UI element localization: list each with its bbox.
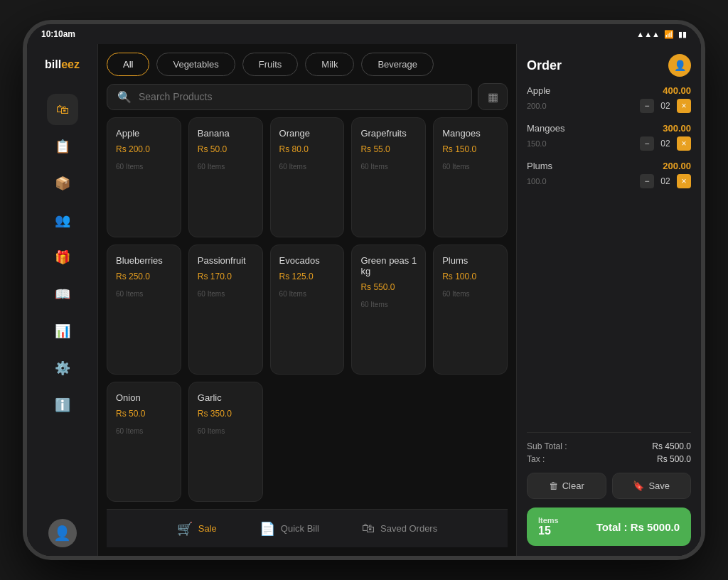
main-content: All Vegetables Fruits Milk Beverage 🔍 ▦ … bbox=[98, 44, 516, 556]
sidebar-item-chart[interactable]: 📊 bbox=[47, 316, 78, 347]
search-input[interactable] bbox=[139, 91, 461, 102]
product-card[interactable]: Mangoes Rs 150.0 60 Items bbox=[433, 117, 508, 237]
product-grid: Apple Rs 200.0 60 Items Banana Rs 50.0 6… bbox=[107, 117, 508, 502]
qty-decrease-button[interactable]: − bbox=[640, 174, 654, 188]
product-stock: 60 Items bbox=[360, 163, 417, 171]
total-amount: Total : Rs 5000.0 bbox=[596, 521, 680, 533]
subtotal-value: Rs 4500.0 bbox=[652, 441, 691, 451]
product-price: Rs 250.0 bbox=[116, 272, 172, 281]
product-card[interactable]: Passionfruit Rs 170.0 60 Items bbox=[188, 245, 263, 375]
sidebar-item-gift[interactable]: 🎁 bbox=[47, 242, 78, 273]
product-price: Rs 150.0 bbox=[442, 144, 498, 154]
items-count: 15 bbox=[538, 525, 551, 537]
product-price: Rs 80.0 bbox=[279, 144, 336, 154]
nav-label-quickbill: Quick Bill bbox=[281, 523, 319, 534]
nav-label-sale: Sale bbox=[198, 523, 217, 534]
qty-decrease-button[interactable]: − bbox=[640, 136, 654, 151]
qty-delete-button[interactable]: × bbox=[677, 136, 691, 151]
barcode-button[interactable]: ▦ bbox=[478, 83, 508, 110]
tax-row: Tax : Rs 500.0 bbox=[527, 454, 691, 464]
sidebar: billeez 🛍 📋 📦 👥 🎁 📖 📊 ⚙️ ℹ️ 👤 bbox=[27, 44, 98, 556]
sidebar-item-shopping[interactable]: 🛍 bbox=[47, 94, 78, 125]
category-tab-beverage[interactable]: Beverage bbox=[361, 53, 434, 76]
user-avatar[interactable]: 👤 bbox=[48, 519, 77, 547]
clear-button[interactable]: 🗑 Clear bbox=[527, 473, 606, 499]
product-price: Rs 50.0 bbox=[116, 409, 172, 419]
product-card[interactable]: Banana Rs 50.0 60 Items bbox=[188, 117, 263, 237]
qty-control: − 02 × bbox=[640, 99, 691, 113]
order-header: Order 👤 bbox=[527, 54, 691, 77]
checkout-button[interactable]: Items 15 Total : Rs 5000.0 bbox=[527, 508, 691, 546]
category-tab-milk[interactable]: Milk bbox=[305, 53, 354, 76]
product-name: Passionfruit bbox=[198, 255, 254, 266]
order-item-total: 400.00 bbox=[663, 85, 691, 96]
product-stock: 60 Items bbox=[442, 163, 498, 171]
sidebar-item-users[interactable]: 👥 bbox=[47, 205, 78, 236]
product-price: Rs 350.0 bbox=[198, 409, 254, 419]
qty-delete-button[interactable]: × bbox=[677, 174, 691, 188]
product-stock: 60 Items bbox=[279, 290, 336, 298]
product-stock: 60 Items bbox=[116, 427, 172, 435]
sidebar-item-book[interactable]: 📖 bbox=[47, 279, 78, 310]
tax-value: Rs 500.0 bbox=[657, 454, 691, 464]
order-title: Order bbox=[527, 58, 562, 73]
product-name: Garlic bbox=[198, 392, 254, 403]
order-item: Mangoes 300.00 150.0 − 02 × bbox=[527, 123, 691, 151]
product-card[interactable]: Orange Rs 80.0 60 Items bbox=[270, 117, 345, 237]
product-card[interactable]: Apple Rs 200.0 60 Items bbox=[107, 117, 181, 237]
nav-item-sale[interactable]: 🛒 Sale bbox=[177, 521, 217, 537]
product-name: Blueberries bbox=[116, 255, 172, 266]
product-card[interactable]: Evocados Rs 125.0 60 Items bbox=[270, 245, 345, 375]
product-name: Orange bbox=[279, 128, 336, 139]
nav-item-quickbill[interactable]: 📄 Quick Bill bbox=[259, 521, 319, 537]
product-card[interactable]: Blueberries Rs 250.0 60 Items bbox=[107, 245, 181, 375]
product-card[interactable]: Grapefruits Rs 55.0 60 Items bbox=[351, 117, 426, 237]
product-card[interactable]: Green peas 1 kg Rs 550.0 60 Items bbox=[351, 245, 426, 375]
order-user-button[interactable]: 👤 bbox=[668, 54, 691, 77]
qty-delete-button[interactable]: × bbox=[677, 99, 691, 113]
product-stock: 60 Items bbox=[442, 290, 498, 298]
items-label: Items bbox=[538, 516, 559, 525]
product-price: Rs 100.0 bbox=[442, 272, 498, 281]
product-card[interactable]: Garlic Rs 350.0 60 Items bbox=[188, 382, 263, 502]
subtotal-label: Sub Total : bbox=[527, 441, 567, 451]
bookmark-icon: 🔖 bbox=[633, 480, 644, 491]
save-button[interactable]: 🔖 Save bbox=[612, 473, 692, 499]
qty-decrease-button[interactable]: − bbox=[640, 99, 654, 113]
user-plus-icon: 👤 bbox=[674, 60, 686, 71]
category-tab-vegetables[interactable]: Vegetables bbox=[156, 53, 235, 76]
product-price: Rs 50.0 bbox=[198, 144, 254, 154]
order-actions: 🗑 Clear 🔖 Save bbox=[527, 473, 691, 499]
category-tab-fruits[interactable]: Fruits bbox=[242, 53, 299, 76]
category-tab-all[interactable]: All bbox=[107, 53, 149, 76]
sale-icon: 🛒 bbox=[177, 521, 193, 537]
status-icons: ▲▲▲ 📶 ▮▮ bbox=[636, 30, 687, 39]
product-card[interactable]: Plums Rs 100.0 60 Items bbox=[433, 245, 508, 375]
product-name: Evocados bbox=[279, 255, 336, 266]
category-tabs: All Vegetables Fruits Milk Beverage bbox=[107, 53, 508, 76]
order-panel: Order 👤 Apple 400.00 200.0 − 02 × Mangoe… bbox=[516, 44, 701, 556]
nav-item-savedorders[interactable]: 🛍 Saved Orders bbox=[362, 521, 437, 536]
status-bar: 10:10am ▲▲▲ 📶 ▮▮ bbox=[27, 24, 701, 44]
product-stock: 60 Items bbox=[116, 290, 172, 298]
sidebar-item-settings[interactable]: ⚙️ bbox=[47, 353, 78, 384]
items-info: Items 15 bbox=[538, 516, 559, 537]
order-item: Apple 400.00 200.0 − 02 × bbox=[527, 85, 691, 113]
sidebar-item-info[interactable]: ℹ️ bbox=[47, 390, 78, 421]
search-input-wrapper: 🔍 bbox=[107, 84, 472, 110]
sidebar-item-list[interactable]: 📋 bbox=[47, 131, 78, 162]
wifi-icon: 📶 bbox=[664, 30, 674, 39]
order-item-name: Mangoes bbox=[527, 123, 564, 134]
nav-label-savedorders: Saved Orders bbox=[380, 523, 437, 534]
product-price: Rs 55.0 bbox=[360, 144, 417, 154]
product-name: Banana bbox=[198, 128, 254, 139]
order-divider bbox=[527, 432, 691, 433]
product-card[interactable]: Onion Rs 50.0 60 Items bbox=[107, 382, 181, 502]
order-item-name: Apple bbox=[527, 85, 550, 96]
product-stock: 60 Items bbox=[198, 290, 254, 298]
sidebar-item-box[interactable]: 📦 bbox=[47, 168, 78, 199]
logo-eez: eez bbox=[61, 58, 80, 70]
search-bar: 🔍 ▦ bbox=[107, 83, 508, 110]
subtotal-row: Sub Total : Rs 4500.0 bbox=[527, 441, 691, 451]
order-item-sub: 150.0 bbox=[527, 139, 547, 148]
